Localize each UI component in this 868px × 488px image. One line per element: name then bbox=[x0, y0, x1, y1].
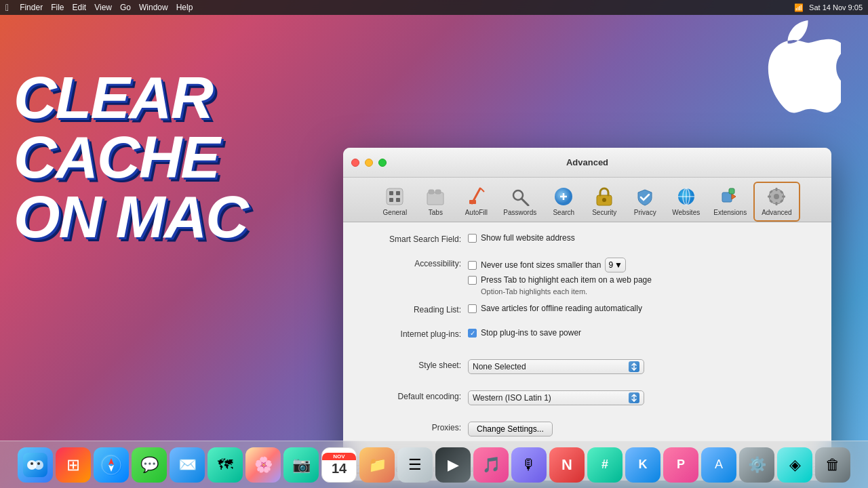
dock-other[interactable]: ◈ bbox=[777, 447, 812, 483]
svg-rect-5 bbox=[427, 192, 443, 205]
smart-search-control: Show full website address bbox=[468, 233, 575, 243]
advanced-icon bbox=[766, 186, 787, 207]
search-icon bbox=[553, 186, 574, 207]
svg-rect-3 bbox=[389, 198, 393, 202]
tab-extensions[interactable]: Extensions bbox=[707, 183, 753, 220]
dock-music[interactable]: 🎵 bbox=[473, 447, 509, 483]
menubar-view[interactable]: View bbox=[94, 3, 112, 12]
internet-plugins-row: Internet plug-ins: ✓ Stop plug-ins to sa… bbox=[359, 328, 815, 344]
svg-rect-29 bbox=[782, 196, 785, 198]
tab-websites-label: Websites bbox=[672, 209, 700, 216]
tab-extensions-label: Extensions bbox=[713, 209, 747, 216]
apple-logo bbox=[760, 20, 841, 115]
menubar-right: 📶 Sat 14 Nov 9:05 bbox=[794, 3, 863, 12]
tab-search-label: Search bbox=[553, 209, 574, 216]
smart-search-text: Show full website address bbox=[481, 233, 575, 243]
tab-autofill[interactable]: AutoFill bbox=[456, 183, 496, 220]
smart-search-checkbox[interactable] bbox=[468, 234, 477, 243]
svg-point-25 bbox=[774, 194, 779, 199]
tab-security-label: Security bbox=[592, 209, 616, 216]
change-settings-button[interactable]: Change Settings... bbox=[468, 422, 553, 436]
reading-list-checkbox[interactable] bbox=[468, 304, 477, 313]
smart-search-label: Smart Search Field: bbox=[359, 233, 468, 244]
tab-advanced-label: Advanced bbox=[762, 209, 791, 216]
style-sheet-row: Style sheet: None Selected bbox=[359, 359, 815, 375]
tab-privacy[interactable]: Privacy bbox=[625, 183, 665, 220]
dock-appstore[interactable]: A bbox=[701, 447, 736, 483]
smart-search-inline: Show full website address bbox=[468, 233, 575, 243]
default-encoding-arrow bbox=[629, 392, 639, 403]
dock-sysprefs[interactable]: ⚙️ bbox=[739, 447, 774, 483]
default-encoding-label: Default encoding: bbox=[359, 390, 468, 401]
internet-plugins-inline: ✓ Stop plug-ins to save power bbox=[468, 328, 581, 338]
internet-plugins-label: Internet plug-ins: bbox=[359, 328, 468, 339]
dock-safari[interactable] bbox=[94, 447, 129, 483]
tab-general[interactable]: General bbox=[374, 183, 415, 220]
dock-reminders[interactable]: ☰ bbox=[397, 447, 433, 483]
apple-menu-icon[interactable]:  bbox=[5, 2, 9, 13]
default-encoding-select[interactable]: Western (ISO Latin 1) bbox=[468, 390, 644, 405]
svg-point-39 bbox=[100, 454, 122, 476]
dock-trash[interactable]: 🗑 bbox=[815, 447, 850, 483]
security-icon bbox=[593, 186, 615, 207]
dock-pages[interactable]: P bbox=[663, 447, 698, 483]
dock-calendar[interactable]: NOV 14 bbox=[321, 447, 357, 483]
dock-numbers[interactable]: # bbox=[587, 447, 623, 483]
tab-security[interactable]: Security bbox=[584, 183, 625, 220]
dock-photos[interactable]: 🌸 bbox=[245, 447, 281, 483]
menubar-file[interactable]: File bbox=[51, 3, 64, 12]
menubar-edit[interactable]: Edit bbox=[72, 3, 86, 12]
internet-plugins-checkbox[interactable]: ✓ bbox=[468, 329, 477, 338]
menubar-finder[interactable]: Finder bbox=[20, 3, 43, 12]
svg-rect-2 bbox=[396, 191, 400, 195]
title-line3: ON MAC bbox=[14, 187, 248, 247]
window-minimize-button[interactable] bbox=[365, 159, 373, 167]
internet-plugins-text: Stop plug-ins to save power bbox=[481, 328, 581, 338]
dock-finder[interactable] bbox=[18, 447, 53, 483]
tab-advanced[interactable]: Advanced bbox=[753, 182, 800, 222]
style-sheet-label: Style sheet: bbox=[359, 359, 468, 370]
tab-search[interactable]: Search bbox=[543, 183, 584, 220]
websites-icon bbox=[675, 186, 697, 207]
press-tab-checkbox[interactable] bbox=[468, 276, 477, 285]
dock-facetime[interactable]: 📷 bbox=[283, 447, 319, 483]
dock-news[interactable]: N bbox=[549, 447, 585, 483]
accessibility-control: Never use font sizes smaller than 9 ▼ Pr… bbox=[468, 258, 652, 296]
passwords-icon bbox=[509, 186, 531, 207]
reading-list-control: Save articles for offline reading automa… bbox=[468, 304, 642, 313]
proxies-label: Proxies: bbox=[359, 422, 468, 432]
dock-keynote[interactable]: K bbox=[625, 447, 660, 483]
extensions-icon bbox=[719, 186, 741, 207]
menubar-left:  Finder File Edit View Go Window Help bbox=[5, 2, 193, 13]
tab-tabs[interactable]: Tabs bbox=[415, 183, 456, 220]
autofill-icon bbox=[465, 186, 487, 207]
menubar:  Finder File Edit View Go Window Help 📶… bbox=[0, 0, 868, 15]
dock-folder[interactable]: 📁 bbox=[359, 447, 395, 483]
dock-launchpad[interactable]: ⊞ bbox=[56, 447, 91, 483]
tab-websites[interactable]: Websites bbox=[665, 183, 707, 220]
menubar-go[interactable]: Go bbox=[120, 3, 131, 12]
smart-search-row: Smart Search Field: Show full website ad… bbox=[359, 233, 815, 249]
title-overlay: CLEAR CACHE ON MAC bbox=[14, 68, 248, 247]
window-maximize-button[interactable] bbox=[378, 159, 387, 167]
tab-passwords[interactable]: Passwords bbox=[496, 183, 543, 220]
window-close-button[interactable] bbox=[351, 159, 359, 167]
style-sheet-select[interactable]: None Selected bbox=[468, 359, 644, 374]
tab-passwords-label: Passwords bbox=[503, 209, 536, 216]
menubar-window[interactable]: Window bbox=[139, 3, 168, 12]
press-tab-text: Press Tab to highlight each item on a we… bbox=[481, 275, 652, 285]
internet-plugins-control: ✓ Stop plug-ins to save power bbox=[468, 328, 581, 338]
dock-tv[interactable]: ▶ bbox=[435, 447, 471, 483]
menubar-help[interactable]: Help bbox=[176, 3, 193, 12]
dock-maps[interactable]: 🗺 bbox=[208, 447, 243, 483]
font-size-select[interactable]: 9 ▼ bbox=[605, 258, 626, 272]
never-font-checkbox[interactable] bbox=[468, 261, 477, 270]
dock-messages[interactable]: 💬 bbox=[132, 447, 167, 483]
general-icon bbox=[384, 186, 406, 207]
dock-mail[interactable]: ✉️ bbox=[170, 447, 205, 483]
dock-podcasts[interactable]: 🎙 bbox=[511, 447, 547, 483]
prefs-window: Advanced General bbox=[343, 148, 831, 481]
svg-point-38 bbox=[37, 462, 40, 465]
tab-general-label: General bbox=[383, 209, 408, 216]
title-line1: CLEAR bbox=[14, 68, 248, 127]
